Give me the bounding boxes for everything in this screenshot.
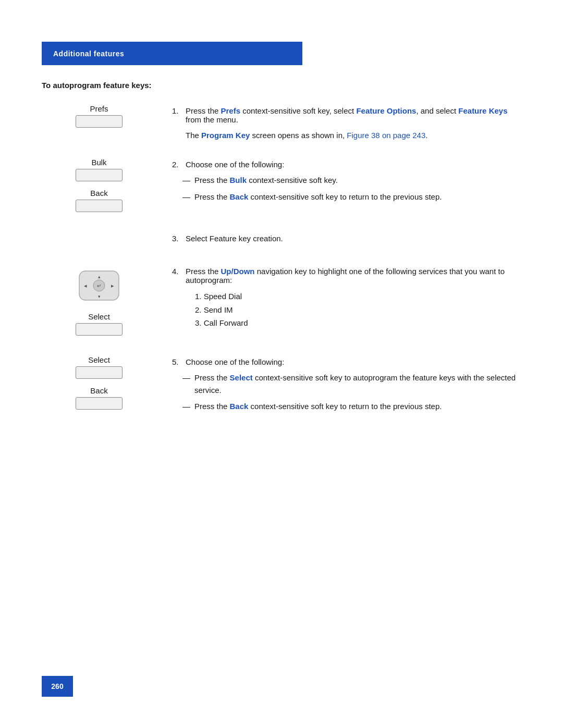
page-number-badge: 260: [42, 676, 73, 697]
header-banner: Additional features: [42, 42, 302, 65]
step-5-inline: 5. Choose one of the following:: [172, 357, 521, 366]
program-key-highlight: Program Key: [201, 131, 250, 140]
page-number: 260: [51, 682, 63, 690]
step-5-right: 5. Choose one of the following: — Press …: [156, 355, 521, 416]
step-5-bullet-2-text: Press the Back context-sensitive soft ke…: [194, 400, 521, 412]
step-3-inline: 3. Select Feature key creation.: [172, 234, 521, 243]
step-2-right: 2. Choose one of the following: — Press …: [156, 158, 521, 207]
feature-options-highlight: Feature Options: [356, 106, 416, 115]
step-3-text: Select Feature key creation.: [186, 234, 283, 243]
header-banner-text: Additional features: [53, 50, 124, 58]
step-4-list: 1. Speed Dial 2. Send IM 3. Call Forward: [195, 290, 521, 330]
updown-highlight: Up/Down: [221, 267, 255, 276]
back-key-label-2: Back: [90, 189, 107, 198]
step-2-text: Choose one of the following:: [186, 160, 284, 169]
page-container: Additional features To autoprogram featu…: [0, 0, 563, 728]
list-item-3: 3. Call Forward: [195, 316, 521, 330]
back-key-button-5[interactable]: [76, 397, 123, 410]
step-2-bullet-1-text: Press the Bulk context-sensitive soft ke…: [194, 174, 521, 186]
step-1-inline: 1. Press the Prefs context-sensitive sof…: [172, 106, 521, 124]
dash-5-1: —: [182, 372, 190, 396]
step-5-bullet-1: — Press the Select context-sensitive sof…: [182, 372, 521, 396]
step-2-row: Bulk Back 2. Choose one of the following…: [42, 158, 521, 215]
step-2-bullet-2: — Press the Back context-sensitive soft …: [182, 191, 521, 203]
select-key-button-5[interactable]: [76, 366, 123, 379]
bulk-key-label: Bulk: [91, 158, 106, 167]
step-4-right: 4. Press the Up/Down navigation key to h…: [156, 265, 521, 330]
svg-text:↵: ↵: [97, 283, 101, 289]
step-1-number: 1.: [172, 106, 181, 124]
figure38-link[interactable]: Figure 38 on page 243: [347, 131, 425, 140]
select-key-widget-4: Select: [76, 312, 123, 336]
feature-keys-highlight: Feature Keys: [458, 106, 507, 115]
nav-key-widget: ↵ ◂ ▸ ▴ ▾: [78, 270, 120, 303]
select-key-widget-5: Select: [76, 355, 123, 379]
step-2-inline: 2. Choose one of the following:: [172, 160, 521, 169]
dash-5-2: —: [182, 400, 190, 412]
prefs-key-label: Prefs: [90, 104, 108, 113]
list-item-2: 2. Send IM: [195, 303, 521, 317]
bulk-key-button[interactable]: [76, 169, 123, 181]
step-1-subtext: The Program Key screen opens as shown in…: [186, 129, 521, 141]
back-key-widget-2: Back: [76, 189, 123, 212]
svg-text:◂: ◂: [84, 282, 87, 289]
section-title: To autoprogram feature keys:: [42, 81, 521, 90]
step-2-bullet-1: — Press the Bulk context-sensitive soft …: [182, 174, 521, 186]
step-5-text: Choose one of the following:: [186, 357, 284, 366]
step-2-number: 2.: [172, 160, 181, 169]
step-4-inline: 4. Press the Up/Down navigation key to h…: [172, 267, 521, 285]
step-4-number: 4.: [172, 267, 181, 285]
step-5-left: Select Back: [42, 355, 156, 413]
step-4-text: Press the Up/Down navigation key to high…: [186, 267, 521, 285]
svg-text:▸: ▸: [111, 282, 114, 289]
bulk-key-widget: Bulk: [76, 158, 123, 181]
prefs-key-widget: Prefs: [76, 104, 123, 128]
prefs-key-button[interactable]: [76, 115, 123, 128]
list-item-1: 1. Speed Dial: [195, 290, 521, 303]
back-highlight-5: Back: [230, 402, 249, 411]
step-3-right: 3. Select Feature key creation.: [156, 232, 521, 248]
step-1-right: 1. Press the Prefs context-sensitive sof…: [156, 104, 521, 141]
back-highlight-2: Back: [230, 192, 249, 201]
dash-2: —: [182, 191, 190, 203]
bulk-highlight: Bulk: [230, 176, 247, 184]
nav-key-svg: ↵ ◂ ▸ ▴ ▾: [78, 270, 120, 301]
prefs-highlight: Prefs: [221, 106, 241, 115]
step-4-row: ↵ ◂ ▸ ▴ ▾ Select 4. Press the Up/Dow: [42, 265, 521, 339]
select-key-label-5: Select: [88, 355, 110, 364]
back-key-widget-5: Back: [76, 386, 123, 410]
select-highlight-5: Select: [230, 373, 253, 382]
back-key-label-5: Back: [90, 386, 107, 395]
step-5-number: 5.: [172, 357, 181, 366]
select-key-label-4: Select: [88, 312, 110, 321]
step-1-left: Prefs: [42, 104, 156, 131]
select-key-button-4[interactable]: [76, 323, 123, 336]
back-key-button-2[interactable]: [76, 200, 123, 212]
svg-text:▾: ▾: [98, 294, 101, 299]
step-5-bullet-1-text: Press the Select context-sensitive soft …: [194, 372, 521, 396]
step-5-row: Select Back 5. Choose one of the followi…: [42, 355, 521, 416]
step-5-bullet-2: — Press the Back context-sensitive soft …: [182, 400, 521, 412]
svg-text:▴: ▴: [98, 274, 101, 279]
step-2-bullet-2-text: Press the Back context-sensitive soft ke…: [194, 191, 521, 203]
step-4-left: ↵ ◂ ▸ ▴ ▾ Select: [42, 265, 156, 339]
step-3-number: 3.: [172, 234, 181, 243]
dash-1: —: [182, 174, 190, 186]
step-3-row: 3. Select Feature key creation.: [42, 232, 521, 248]
step-2-left: Bulk Back: [42, 158, 156, 215]
step-1-text: Press the Prefs context-sensitive soft k…: [186, 106, 521, 124]
step-1-row: Prefs 1. Press the Prefs context-sensiti…: [42, 104, 521, 141]
